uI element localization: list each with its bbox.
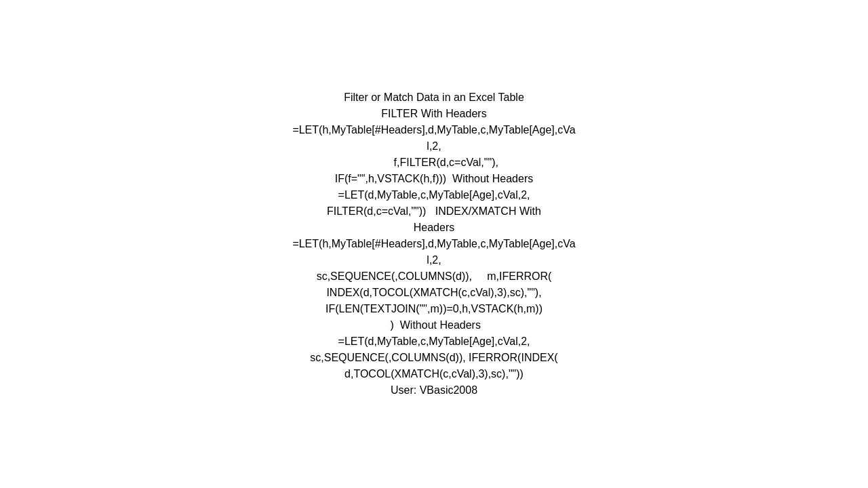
main-content-block: Filter or Match Data in an Excel Table F…	[292, 89, 576, 399]
formula-text: Filter or Match Data in an Excel Table F…	[292, 89, 576, 399]
